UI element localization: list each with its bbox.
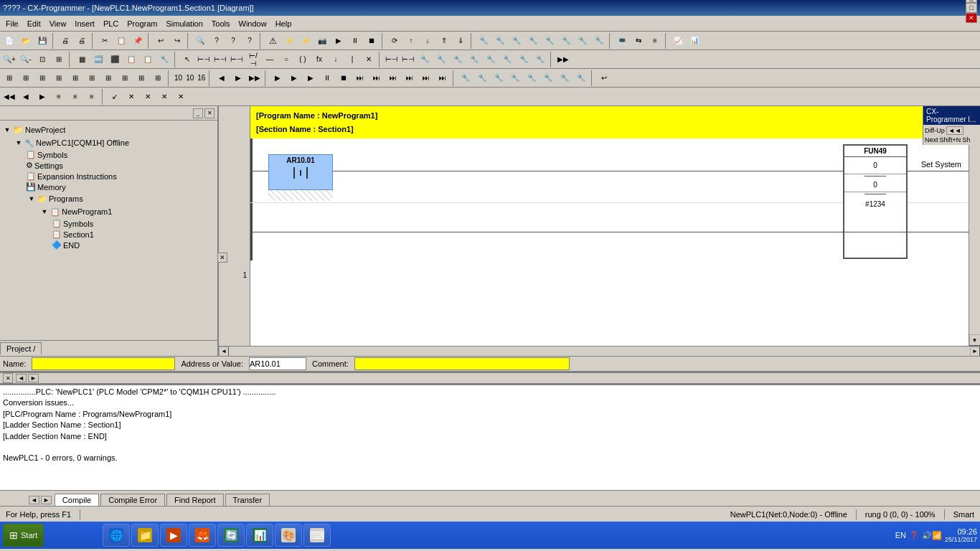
menu-item-plc[interactable]: PLC <box>99 18 123 29</box>
step3-btn[interactable]: ⏭ <box>385 70 401 86</box>
tb-h6[interactable]: 🔧 <box>540 70 556 86</box>
tb-k2[interactable]: ✕ <box>123 89 139 105</box>
step4-btn[interactable]: ⏭ <box>402 70 418 86</box>
panel-minimize[interactable]: _ <box>193 108 203 118</box>
tree-symbols2[interactable]: 📋 Symbols <box>0 218 217 229</box>
tb-h2[interactable]: 🔧 <box>474 70 490 86</box>
tb-b22[interactable]: 🔧 <box>591 33 607 49</box>
tb-b1[interactable]: ? <box>209 33 225 49</box>
zoom-full[interactable]: ⊞ <box>51 52 67 67</box>
close-button[interactable]: ✕ <box>966 13 977 23</box>
print2-btn[interactable]: 🖨 <box>74 33 90 49</box>
tree-newprogram1[interactable]: ▼ 📋 NewProgram1 <box>0 205 217 218</box>
tb-d8[interactable]: 🔧 <box>499 52 515 67</box>
tree-expansion[interactable]: 📋 Expansion Instructions <box>0 171 217 182</box>
align-right[interactable]: ≡ <box>84 89 100 105</box>
tb-b11[interactable]: ↑ <box>403 33 419 49</box>
step2-btn[interactable]: ⏭ <box>369 70 385 86</box>
tb-b15[interactable]: 🔧 <box>476 33 491 49</box>
tb-b20[interactable]: 🔧 <box>558 33 574 49</box>
tb-b7[interactable]: ▶ <box>331 33 347 49</box>
tb-d3[interactable]: 🔧 <box>417 52 433 67</box>
tb-e1[interactable]: ⊞ <box>1 70 17 86</box>
tb-b10[interactable]: ⟳ <box>387 33 402 49</box>
menu-item-view[interactable]: View <box>45 18 71 29</box>
tree-section1[interactable]: 📋 Section1 <box>0 229 217 240</box>
tb-b17[interactable]: 🔧 <box>509 33 524 49</box>
tb-e5[interactable]: ⊞ <box>67 70 83 86</box>
tree-symbols[interactable]: 📋 Symbols <box>0 149 217 160</box>
taskbar-paint[interactable]: 🎨 <box>275 524 302 547</box>
tb-d5[interactable]: 🔧 <box>450 52 466 67</box>
tb-d7[interactable]: 🔧 <box>483 52 499 67</box>
tab-compile[interactable]: Compile <box>55 494 99 506</box>
tb-transfer[interactable]: ⇆ <box>631 33 646 49</box>
address-input[interactable] <box>249 357 306 370</box>
print-btn[interactable]: 🖨 <box>57 33 73 49</box>
pause-btn[interactable]: ⏸ <box>319 70 335 86</box>
zoom-out[interactable]: 🔍- <box>18 52 34 67</box>
tb-i1[interactable]: ↩ <box>596 70 612 86</box>
tb-h3[interactable]: 🔧 <box>491 70 507 86</box>
tb-f3[interactable]: ▶▶ <box>247 70 263 86</box>
copy-btn[interactable]: 📋 <box>113 33 129 49</box>
tb-b16[interactable]: 🔧 <box>492 33 508 49</box>
tb-k3[interactable]: ✕ <box>140 89 156 105</box>
tb-compare[interactable]: ≡ <box>647 33 663 49</box>
output-nav-left[interactable]: ◄ <box>16 374 27 382</box>
tb-b2[interactable]: ? <box>225 33 241 49</box>
tb-g2[interactable]: ▶ <box>286 70 302 86</box>
tb-j2[interactable]: ◀ <box>18 89 34 105</box>
tb-c3[interactable]: 📋 <box>140 52 156 67</box>
taskbar-ie[interactable]: 🌐 <box>103 524 130 547</box>
open-btn[interactable]: 📂 <box>18 33 34 49</box>
taskbar-cx[interactable]: ⌨ <box>303 524 331 547</box>
redo-btn[interactable]: ↪ <box>169 33 185 49</box>
tb-k5[interactable]: ✕ <box>173 89 189 105</box>
coil-btn[interactable]: ( ) <box>295 52 311 67</box>
align-left[interactable]: ≡ <box>51 89 67 105</box>
tree-memory[interactable]: 💾 Memory <box>0 182 217 192</box>
tb-c2[interactable]: 📋 <box>123 52 139 67</box>
undo-btn[interactable]: ↩ <box>153 33 169 49</box>
tb-b12[interactable]: ↓ <box>420 33 435 49</box>
tb-d6[interactable]: 🔧 <box>466 52 482 67</box>
menu-item-tools[interactable]: Tools <box>207 18 235 29</box>
tb-b5[interactable]: ⚡ <box>298 33 314 49</box>
tb-c1[interactable]: ⬛ <box>107 52 123 67</box>
tb-h7[interactable]: 🔧 <box>557 70 573 86</box>
neg-btn[interactable]: ○ <box>278 52 294 67</box>
tab-nav-left[interactable]: ◄ <box>29 496 39 504</box>
menu-item-edit[interactable]: Edit <box>23 18 45 29</box>
tb-e2[interactable]: ⊞ <box>18 70 34 86</box>
save-btn[interactable]: 💾 <box>34 33 50 49</box>
tb-e9[interactable]: ⊞ <box>133 70 149 86</box>
tb-h5[interactable]: 🔧 <box>524 70 540 86</box>
taskbar-media[interactable]: ▶ <box>160 524 187 547</box>
paste-btn[interactable]: 📌 <box>130 33 146 49</box>
tb-j1[interactable]: ◀◀ <box>1 89 17 105</box>
taskbar-firefox[interactable]: 🦊 <box>189 524 216 547</box>
tb-d9[interactable]: 🔧 <box>516 52 532 67</box>
warn-icon[interactable]: ⚠ <box>265 33 281 49</box>
tree-programs[interactable]: ▼ 📁 Programs <box>0 192 217 205</box>
tb-b8[interactable]: ⏸ <box>347 33 363 49</box>
tb-g1[interactable]: ▶ <box>270 70 286 86</box>
addr-btn[interactable]: 🔤 <box>90 52 106 67</box>
tb-j3[interactable]: ▶ <box>34 89 50 105</box>
tb-d4[interactable]: 🔧 <box>433 52 449 67</box>
tb-b21[interactable]: 🔧 <box>575 33 590 49</box>
tb-e3[interactable]: ⊞ <box>34 70 50 86</box>
tb-d2[interactable]: ⊢⊣ <box>400 52 416 67</box>
tb-e10[interactable]: ⊞ <box>150 70 166 86</box>
tb-d1[interactable]: ⊢⊣ <box>384 52 400 67</box>
taskbar-explorer[interactable]: 📁 <box>131 524 159 547</box>
menu-item-file[interactable]: File <box>1 18 23 29</box>
panel-divider-btn[interactable]: ✕ <box>217 253 227 263</box>
align-center[interactable]: ≡ <box>67 89 83 105</box>
diff-up-btn[interactable]: ◄◄ <box>946 126 963 135</box>
tb-h8[interactable]: 🔧 <box>573 70 589 86</box>
tb-b6[interactable]: 📷 <box>314 33 330 49</box>
tb-b9[interactable]: ⏹ <box>364 33 380 49</box>
vline-btn[interactable]: | <box>344 52 360 67</box>
